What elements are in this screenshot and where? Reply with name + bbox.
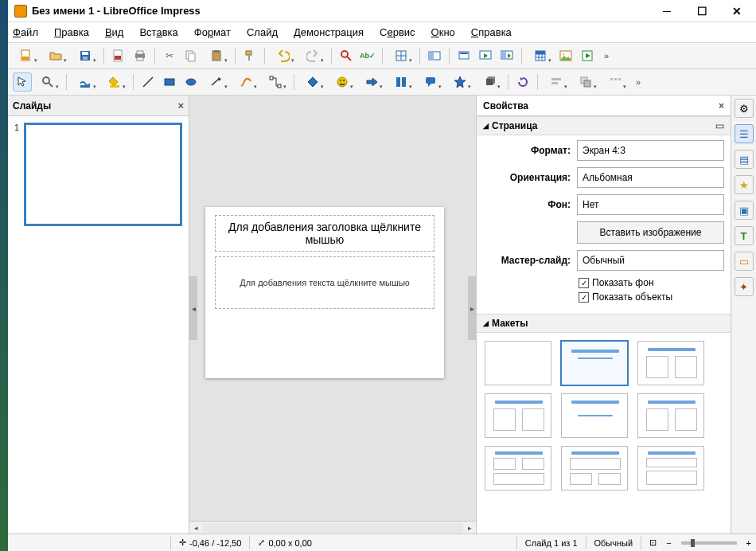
show-objects-checkbox-row[interactable]: ✓ Показать объекты (579, 291, 724, 303)
panel-collapse-right-button[interactable]: ▸ (468, 276, 476, 340)
layout-title-2content[interactable] (637, 341, 704, 385)
layout-blank[interactable] (485, 341, 551, 385)
symbol-shapes-button[interactable] (329, 72, 356, 92)
page-orientation-dropdown[interactable]: Альбомная (577, 167, 724, 188)
sidebar-tab-transitions[interactable]: ▤ (735, 150, 754, 169)
slide-thumbnail[interactable]: 1 (14, 123, 182, 226)
scroll-left-button[interactable]: ◂ (189, 524, 202, 532)
menu-window[interactable]: Окно (431, 26, 455, 38)
layout-4content-c[interactable] (637, 446, 704, 490)
sidebar-settings-icon[interactable]: ⚙ (735, 99, 754, 118)
canvas[interactable]: ◂ Для добавления заголовка щёлкните мышь… (189, 96, 476, 521)
star-shapes-button[interactable] (446, 72, 473, 92)
menu-format[interactable]: Формат (194, 26, 231, 38)
grid-button[interactable] (388, 46, 415, 65)
curve-tool-button[interactable] (232, 72, 259, 92)
panel-collapse-left-button[interactable]: ◂ (189, 276, 197, 340)
sidebar-tab-gallery[interactable]: ▭ (735, 252, 754, 271)
page-master-dropdown[interactable]: Обычный (577, 250, 724, 271)
slides-thumbnail-area[interactable]: 1 (8, 116, 189, 533)
basic-shapes-button[interactable] (299, 72, 326, 92)
export-pdf-button[interactable] (109, 46, 128, 65)
minimize-button[interactable]: ─ (649, 2, 684, 21)
insert-image-button[interactable]: Вставить изображение (577, 221, 724, 244)
flowchart-shapes-button[interactable] (388, 72, 415, 92)
paste-button[interactable] (203, 46, 230, 65)
menu-view[interactable]: Вид (105, 26, 124, 38)
properties-panel-close-button[interactable]: × (719, 100, 724, 111)
layouts-section-header[interactable]: ◢ Макеты (477, 314, 731, 333)
redo-button[interactable] (299, 46, 326, 65)
page-section-more-button[interactable]: ▭ (715, 120, 724, 131)
menu-help[interactable]: Справка (471, 26, 512, 38)
zoom-tool-button[interactable] (34, 72, 61, 92)
copy-button[interactable] (181, 46, 201, 65)
print-button[interactable] (131, 46, 150, 65)
find-replace-button[interactable] (337, 46, 356, 65)
content-placeholder[interactable]: Для добавления текста щёлкните мышью (215, 256, 435, 309)
insert-image-button[interactable] (556, 46, 575, 65)
page-section-header[interactable]: ◢ Страница ▭ (477, 116, 731, 135)
page-background-dropdown[interactable]: Нет (577, 194, 724, 215)
save-button[interactable] (72, 46, 99, 65)
scroll-track[interactable] (202, 523, 463, 533)
arrange-button[interactable] (572, 72, 599, 92)
start-from-first-button[interactable] (476, 46, 495, 65)
toolbar-overflow-button[interactable]: » (631, 77, 645, 87)
align-button[interactable] (543, 72, 570, 92)
block-arrows-button[interactable] (358, 72, 385, 92)
layout-4content-b[interactable] (561, 446, 628, 490)
slides-panel-close-button[interactable]: × (177, 100, 184, 111)
maximize-button[interactable]: ☐ (684, 2, 719, 21)
insert-table-button[interactable] (527, 46, 554, 65)
layout-title-only[interactable] (485, 393, 551, 438)
page-format-dropdown[interactable]: Экран 4:3 (577, 140, 724, 161)
connector-tool-button[interactable] (262, 72, 289, 92)
spellcheck-button[interactable]: Ab✓ (358, 46, 377, 65)
undo-button[interactable] (270, 46, 297, 65)
layout-2content[interactable] (637, 393, 704, 438)
cut-button[interactable]: ✂ (160, 46, 179, 65)
sidebar-tab-navigator[interactable]: ✦ (735, 277, 754, 296)
insert-media-button[interactable] (578, 46, 597, 65)
status-slide-count[interactable]: Слайд 1 из 1 (520, 538, 583, 548)
menu-slideshow[interactable]: Демонстрация (294, 26, 364, 38)
menu-insert[interactable]: Вставка (139, 26, 177, 38)
sidebar-tab-animation[interactable]: ★ (735, 175, 754, 194)
menu-file[interactable]: Файл (13, 26, 38, 38)
fill-color-button[interactable] (101, 72, 128, 92)
ellipse-tool-button[interactable] (181, 72, 201, 92)
horizontal-scrollbar[interactable]: ◂ ▸ (189, 521, 476, 533)
clone-format-button[interactable] (240, 46, 259, 65)
zoom-fit-button[interactable]: ⊡ (645, 537, 661, 548)
toolbar-overflow-button[interactable]: » (599, 51, 614, 61)
start-from-current-button[interactable] (497, 46, 516, 65)
zoom-out-button[interactable]: − (661, 538, 676, 548)
thumbnail-preview[interactable] (24, 123, 182, 226)
callout-shapes-button[interactable] (417, 72, 444, 92)
close-button[interactable]: ✕ (719, 2, 754, 21)
layout-centered-text[interactable] (561, 393, 628, 438)
show-objects-checkbox[interactable]: ✓ (579, 292, 589, 303)
zoom-slider[interactable] (676, 541, 742, 545)
title-placeholder[interactable]: Для добавления заголовка щёлкните мышью (215, 215, 435, 252)
layout-4content-a[interactable] (485, 446, 551, 490)
show-background-checkbox-row[interactable]: ✓ Показать фон (579, 277, 724, 288)
scroll-right-button[interactable]: ▸ (463, 524, 476, 532)
display-views-button[interactable] (425, 46, 444, 65)
select-tool-button[interactable] (13, 72, 32, 92)
new-button[interactable] (13, 46, 40, 65)
sidebar-tab-styles[interactable]: T (735, 226, 754, 245)
open-button[interactable] (42, 46, 69, 65)
3d-shapes-button[interactable] (476, 72, 503, 92)
sidebar-tab-properties[interactable]: ☰ (735, 124, 754, 143)
menu-tools[interactable]: Сервис (380, 26, 415, 38)
layout-title-content[interactable] (561, 341, 628, 385)
rectangle-tool-button[interactable] (160, 72, 179, 92)
line-color-button[interactable] (72, 72, 99, 92)
arrow-line-tool-button[interactable] (203, 72, 230, 92)
rotate-button[interactable] (513, 72, 532, 92)
menu-slide[interactable]: Слайд (247, 26, 278, 38)
zoom-in-button[interactable]: + (742, 538, 756, 548)
slide-editor[interactable]: Для добавления заголовка щёлкните мышью … (205, 207, 444, 378)
